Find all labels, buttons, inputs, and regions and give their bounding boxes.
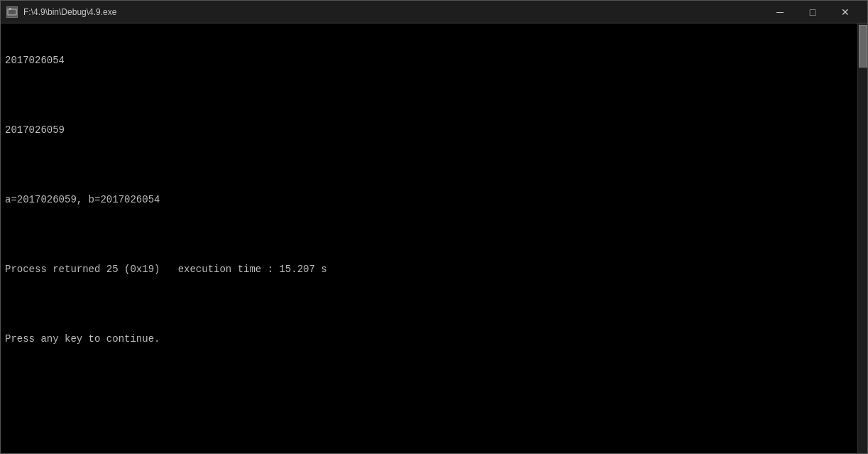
close-button[interactable]: ✕ <box>829 1 862 23</box>
console-line-4: Process returned 25 (0x19) execution tim… <box>5 263 853 277</box>
window-icon <box>6 6 18 18</box>
title-bar-left: F:\4.9\bin\Debug\4.9.exe <box>6 6 116 18</box>
console-line-3: a=2017026059, b=2017026054 <box>5 193 853 207</box>
console-line-5: Press any key to continue. <box>5 333 853 347</box>
scrollbar[interactable] <box>857 23 867 453</box>
maximize-button[interactable]: □ <box>796 1 829 23</box>
console-line-2: 2017026059 <box>5 124 853 138</box>
window: F:\4.9\bin\Debug\4.9.exe ─ □ ✕ 201702605… <box>0 0 868 454</box>
window-title: F:\4.9\bin\Debug\4.9.exe <box>23 7 116 17</box>
console-line-1: 2017026054 <box>5 54 853 68</box>
console-area: 2017026054 2017026059 a=2017026059, b=20… <box>1 23 867 453</box>
console-output: 2017026054 2017026059 a=2017026059, b=20… <box>1 23 857 453</box>
title-bar-controls: ─ □ ✕ <box>764 1 862 23</box>
scrollbar-thumb[interactable] <box>859 25 867 67</box>
svg-rect-0 <box>8 9 16 15</box>
title-bar: F:\4.9\bin\Debug\4.9.exe ─ □ ✕ <box>1 1 867 23</box>
svg-rect-1 <box>9 8 11 10</box>
minimize-button[interactable]: ─ <box>764 1 796 23</box>
